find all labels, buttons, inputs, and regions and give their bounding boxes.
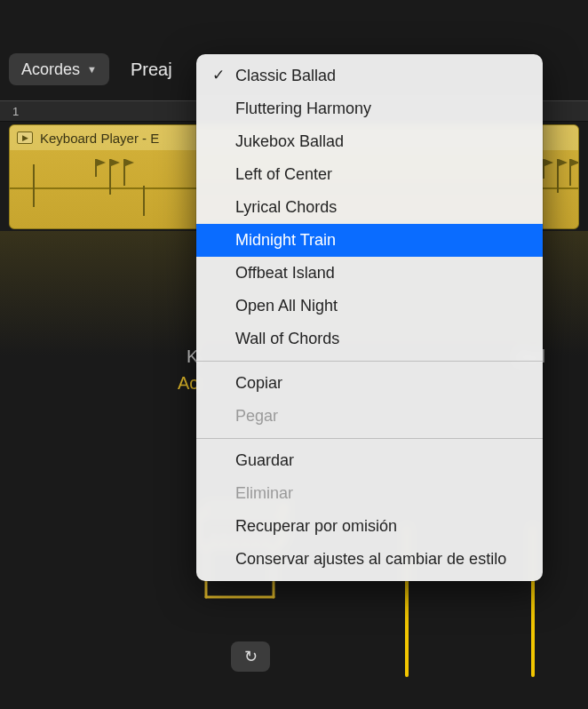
menu-item-preset-8[interactable]: Wall of Chords bbox=[196, 323, 543, 355]
preset-menu[interactable]: Classic BalladFluttering HarmonyJukebox … bbox=[196, 54, 543, 581]
menu-item-preset-7[interactable]: Open All Night bbox=[196, 290, 543, 323]
preset-label-truncated: Preaj bbox=[131, 60, 172, 80]
menu-item-preset-1[interactable]: Fluttering Harmony bbox=[196, 92, 543, 125]
menu-item-preset-4[interactable]: Lyrical Chords bbox=[196, 191, 543, 224]
menu-item-action2-2[interactable]: Recuperar por omisión bbox=[196, 510, 543, 543]
menu-separator bbox=[196, 361, 543, 362]
menu-separator bbox=[196, 438, 543, 439]
menu-item-action1-1: Pegar bbox=[196, 400, 543, 433]
menu-item-preset-5[interactable]: Midnight Train bbox=[196, 224, 543, 257]
reload-icon: ↻ bbox=[244, 647, 258, 666]
menu-item-action2-1: Eliminar bbox=[196, 477, 543, 510]
menu-item-action2-0[interactable]: Guardar bbox=[196, 444, 543, 477]
reload-button[interactable]: ↻ bbox=[231, 641, 270, 672]
menu-item-action2-3[interactable]: Conservar ajustes al cambiar de estilo bbox=[196, 543, 543, 576]
chevron-down-icon: ▼ bbox=[87, 64, 97, 75]
menu-item-preset-3[interactable]: Left of Center bbox=[196, 158, 543, 191]
panel-active-label: Ac bbox=[178, 373, 198, 394]
loop-play-icon[interactable]: ▶ bbox=[17, 131, 33, 144]
track-region-title: Keyboard Player - E bbox=[40, 131, 159, 146]
ruler-marker: 1 bbox=[12, 105, 19, 118]
mode-dropdown[interactable]: Acordes ▼ bbox=[9, 53, 109, 85]
menu-item-preset-6[interactable]: Offbeat Island bbox=[196, 257, 543, 290]
menu-item-preset-2[interactable]: Jukebox Ballad bbox=[196, 125, 543, 158]
menu-item-action1-0[interactable]: Copiar bbox=[196, 367, 543, 400]
menu-item-preset-0[interactable]: Classic Ballad bbox=[196, 60, 543, 92]
mode-dropdown-label: Acordes bbox=[21, 60, 80, 79]
